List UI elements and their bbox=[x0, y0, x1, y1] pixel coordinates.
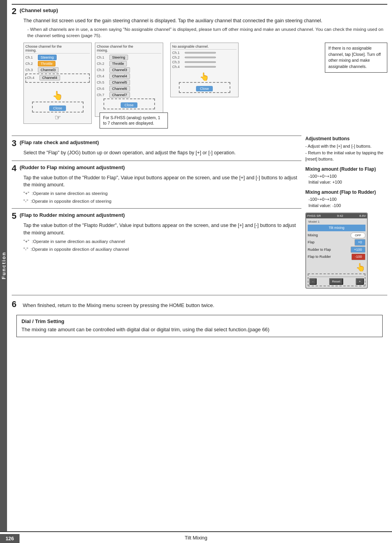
device-minus-btn[interactable]: - bbox=[309, 278, 317, 285]
ds-header-center: 9:42 bbox=[337, 214, 343, 218]
device-rudder-flap-row: Rudder to Flap +100 bbox=[308, 246, 365, 253]
dial-body: The mixing rate amount can be controlled… bbox=[21, 326, 378, 334]
section-5: 5 (Flap to Rudder mixing amount adjustme… bbox=[12, 212, 301, 252]
channel-row: Ch.1 Steering bbox=[97, 55, 161, 60]
ch4-btn-2[interactable]: Channel4 bbox=[109, 73, 130, 79]
device-plus-btn[interactable]: + bbox=[356, 278, 364, 285]
screen-1: Choose channel for themixing. Ch.1 Steer… bbox=[23, 43, 92, 124]
close-btn-1[interactable]: Close bbox=[49, 105, 66, 111]
ch1-btn-3 bbox=[185, 52, 216, 54]
section-2: 2 (Channel setup) The channel list scree… bbox=[12, 4, 387, 129]
ch7-btn-2[interactable]: Channel7 bbox=[109, 92, 130, 98]
section-5-body: Tap the value button of the "Flapto Rudd… bbox=[23, 222, 301, 252]
ch2-btn-2[interactable]: Throttle bbox=[109, 61, 127, 66]
footer-label: Tilt Mixing bbox=[185, 535, 207, 541]
section-6: 6 When finished, return to the Mixing me… bbox=[12, 298, 387, 311]
adj-title: Adjustment buttons bbox=[305, 136, 383, 142]
section-2-text: The channel list screen used for the gai… bbox=[23, 17, 387, 25]
dial-title: Dial / Trim Setting bbox=[21, 318, 378, 324]
mixing-rudder-flap-initial: Initial value: +100 bbox=[308, 179, 383, 185]
device-flap-rudder-value[interactable]: -100 bbox=[351, 254, 365, 260]
ds-header: FHSS SR 9:42 6.6V bbox=[306, 213, 367, 218]
mixing-flap-rudder-title: Mixing amount (Flap to Rudder) bbox=[305, 189, 383, 196]
sidebar-label: Function bbox=[1, 252, 7, 280]
note1-text-5: :Operate in same direction as auxiliary … bbox=[32, 239, 125, 244]
note2-symbol: "-" bbox=[23, 199, 28, 204]
callout-right: If there is no assignable channel, tap [… bbox=[325, 43, 387, 73]
right-sidebar: Adjustment buttons - Adjust with the [+]… bbox=[301, 132, 387, 292]
mixing-flap-rudder-range: -100~+0~+100 bbox=[308, 196, 383, 202]
divider-6 bbox=[12, 295, 387, 295]
section-3-text: Select the "Flap" by (JOG) button up or … bbox=[23, 149, 301, 157]
note1-symbol: "+" bbox=[23, 191, 29, 196]
channel-row: Ch.2 Throttle bbox=[25, 61, 90, 66]
device-flap-rudder-row: Flap to Rudder -100 bbox=[308, 254, 365, 260]
adj-item2: - Return to the initial value by tapping… bbox=[305, 150, 383, 162]
channel-row: Ch.1 bbox=[172, 51, 237, 55]
ch2-btn[interactable]: Throttle bbox=[38, 61, 55, 66]
device-screen: FHSS SR 9:42 6.6V Model 1 Tilt mixing Mi… bbox=[305, 213, 368, 289]
device-bottom-row: - Reset + bbox=[309, 277, 364, 285]
section-2-body: The channel list screen used for the gai… bbox=[23, 17, 387, 39]
page-number: 126 bbox=[0, 534, 20, 543]
section-3: 3 (Flap rate check and adjustment) Selec… bbox=[12, 139, 301, 157]
ch3-btn[interactable]: Channel3 bbox=[38, 67, 59, 73]
note2-text: :Operate in opposite direction of steeri… bbox=[30, 199, 111, 204]
device-rudder-flap-label: Rudder to Flap bbox=[308, 247, 331, 252]
channel-row: Ch.2 Throttle bbox=[97, 61, 161, 66]
ch2-btn-3 bbox=[185, 57, 216, 58]
section-4-body: Tap the value button of the "Rudder to F… bbox=[23, 174, 301, 205]
section-2-title: (Channel setup) bbox=[20, 7, 58, 14]
ch1-btn[interactable]: Steering bbox=[38, 55, 57, 60]
callout-bottom: For S-FHSS (analog) system, 1 to 7 chann… bbox=[100, 113, 168, 129]
ch6-btn-2[interactable]: Channel6 bbox=[109, 86, 130, 91]
footer: 126 Tilt Mixing bbox=[0, 531, 392, 543]
device-flap-row: Flap +0 bbox=[308, 239, 365, 246]
screen-3-title: No assignable channel. bbox=[172, 45, 237, 50]
ch4-btn[interactable]: Channel4 bbox=[39, 75, 60, 80]
note2-text-5: :Operate in opposite direction of auxili… bbox=[30, 247, 129, 252]
mixing-rudder-flap-range: -100~+0~+100 bbox=[308, 173, 383, 179]
ch4-btn-3 bbox=[185, 66, 216, 68]
device-reset-btn[interactable]: Reset bbox=[329, 278, 344, 285]
ch5-btn-2[interactable]: Channel5 bbox=[109, 80, 130, 85]
device-rudder-flap-value[interactable]: +100 bbox=[351, 246, 365, 253]
section-5-header: 5 (Flap to Rudder mixing amount adjustme… bbox=[12, 212, 301, 220]
note1-symbol-5: "+" bbox=[23, 239, 29, 244]
close-btn-2[interactable]: Close bbox=[121, 102, 137, 108]
section-2-number: 2 bbox=[12, 7, 16, 16]
screen-1-title: Choose channel for themixing. bbox=[25, 45, 90, 54]
channel-row: Ch.6 Channel6 bbox=[97, 86, 161, 91]
close-btn-3[interactable]: Close bbox=[196, 86, 213, 91]
section-2-note: - When all channels are in use, a screen… bbox=[27, 26, 387, 39]
device-mixing-toggle[interactable]: OFF bbox=[351, 232, 365, 238]
channel-row: Ch.3 bbox=[172, 60, 237, 64]
device-flap-label: Flap bbox=[308, 240, 315, 245]
device-flap-value[interactable]: +0 bbox=[355, 239, 365, 246]
channel-row: Ch.3 Channel3 bbox=[97, 67, 161, 73]
ch3-btn-2[interactable]: Channel3 bbox=[109, 67, 130, 73]
channel-row: Ch.4 Channel4 bbox=[97, 73, 161, 79]
device-mixing-row: Mixing OFF bbox=[308, 232, 365, 238]
section-5-note2: "-" :Operate in opposite direction of au… bbox=[23, 246, 301, 252]
section-4-number: 4 bbox=[12, 164, 16, 173]
section-4: 4 (Rudder to Flap mixing amount adjustme… bbox=[12, 164, 301, 205]
page-wrapper: Function 2 (Channel setup) The channel l… bbox=[0, 0, 392, 543]
section-4-title: (Rudder to Flap mixing amount adjustment… bbox=[20, 164, 125, 171]
screen-2: Choose channel for themixing. Ch.1 Steer… bbox=[95, 43, 163, 117]
section-3-body: Select the "Flap" by (JOG) button up or … bbox=[23, 149, 301, 157]
divider-4 bbox=[12, 161, 301, 161]
section-5-text: Tap the value button of the "Flapto Rudd… bbox=[23, 222, 301, 237]
note2-symbol-5: "-" bbox=[23, 247, 28, 252]
section-5-number: 5 bbox=[12, 212, 16, 220]
channel-row: Ch.4 Channel4 bbox=[27, 75, 88, 80]
device-mixing-label: Mixing bbox=[308, 233, 318, 238]
note1-text: :Operate in same direction as steering bbox=[32, 191, 107, 196]
adj-item1: - Adjust with the [+] and [-] buttons. bbox=[305, 143, 383, 149]
section-4-note1: "+" :Operate in same direction as steeri… bbox=[23, 190, 301, 196]
ds-title: Tilt mixing bbox=[308, 225, 365, 231]
screen-3: No assignable channel. Ch.1 Ch.2 Ch.3 bbox=[170, 43, 239, 97]
divider-5 bbox=[12, 208, 301, 209]
ch1-btn-2[interactable]: Steering bbox=[109, 55, 128, 60]
dial-section: Dial / Trim Setting The mixing rate amou… bbox=[16, 315, 383, 338]
